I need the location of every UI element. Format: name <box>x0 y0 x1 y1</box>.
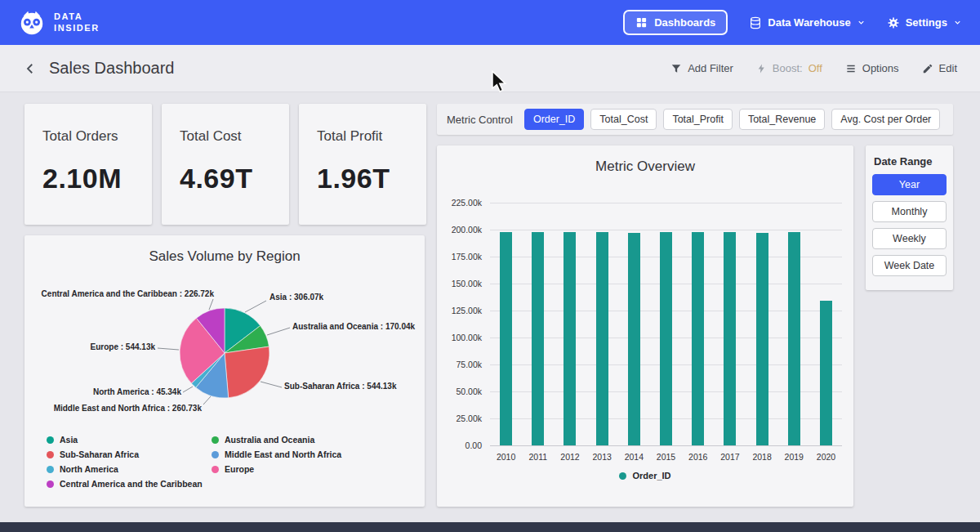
y-axis-tick: 25.00k <box>437 414 482 423</box>
list-icon <box>845 63 857 74</box>
date-range-option-week-date[interactable]: Week Date <box>872 255 947 276</box>
bar-chart-title: Metric Overview <box>437 145 853 175</box>
page-header: Sales Dashboard Add Filter Boost: Off Op… <box>0 45 980 92</box>
pie-card: Sales Volume by Region AsiaSub-Saharan A… <box>24 235 425 507</box>
y-axis-tick: 200.00k <box>437 225 482 235</box>
legend-item-middle-east-and-north-africa: Middle East and North Africa <box>212 449 341 459</box>
legend-dot <box>212 451 219 458</box>
bar-col-2011: 2011 <box>522 203 554 445</box>
back-button[interactable] <box>23 61 38 76</box>
topbar: DATA INSIDER Dashboards Data Warehouse <box>0 0 980 45</box>
x-axis-tick: 2015 <box>657 452 675 462</box>
pie-slice-sub-saharan-africa <box>225 346 270 398</box>
y-axis-tick: 125.00k <box>437 306 482 315</box>
bar-2013 <box>596 232 608 445</box>
date-range-option-monthly[interactable]: Monthly <box>872 201 947 222</box>
pie-chart-svg <box>177 306 272 400</box>
owl-logo-icon <box>18 9 46 37</box>
bar-2016 <box>692 232 704 445</box>
pie-callout-middle-east-and-north-africa: Middle East and North Africa : 260.73k <box>54 404 202 413</box>
edit-label: Edit <box>939 62 957 74</box>
logo-text-line1: DATA <box>54 11 100 23</box>
metric-option-total-profit[interactable]: Total_Profit <box>663 109 733 130</box>
date-range-panel: Date Range YearMonthlyWeeklyWeek Date <box>866 145 953 290</box>
y-axis-tick: 0.00 <box>437 440 482 450</box>
bars-row: 2010201120122013201420152016201720182019… <box>490 203 842 445</box>
bar-plot: 2010201120122013201420152016201720182019… <box>490 203 842 445</box>
date-range-buttons: YearMonthlyWeeklyWeek Date <box>872 174 947 276</box>
database-icon <box>749 16 762 29</box>
x-axis-tick: 2012 <box>560 452 579 462</box>
lightning-icon <box>756 63 767 74</box>
kpi-label: Total Orders <box>42 128 152 145</box>
bar-col-2012: 2012 <box>554 203 586 445</box>
bottom-bar <box>0 522 980 532</box>
x-axis-tick: 2013 <box>592 452 611 462</box>
bar-2010 <box>500 232 512 445</box>
legend-dot <box>47 466 54 473</box>
kpi-value: 2.10M <box>42 163 152 194</box>
metric-option-total-cost[interactable]: Total_Cost <box>590 109 657 130</box>
bar-col-2010: 2010 <box>490 203 522 445</box>
header-actions: Add Filter Boost: Off Options Edit <box>670 62 957 74</box>
dashboard-grid-icon <box>635 16 648 29</box>
metric-option-order-id[interactable]: Order_ID <box>524 109 584 130</box>
dashboards-button[interactable]: Dashboards <box>623 10 728 35</box>
bar-2020 <box>820 301 832 445</box>
funnel-icon <box>670 63 682 74</box>
kpi-card-total-profit: Total Profit 1.96T <box>299 104 426 225</box>
y-axis-tick: 50.00k <box>437 387 482 396</box>
x-axis-tick: 2017 <box>720 452 739 462</box>
data-warehouse-menu[interactable]: Data Warehouse <box>749 16 865 29</box>
legend-item-north-america: North America <box>47 464 203 474</box>
legend-item-sub-saharan-africa: Sub-Saharan Africa <box>47 449 203 459</box>
pie-callout-asia: Asia : 306.07k <box>270 293 323 302</box>
legend-dot <box>212 466 219 473</box>
bar-col-2017: 2017 <box>714 203 746 445</box>
options-label: Options <box>862 62 899 74</box>
dashboards-label: Dashboards <box>654 16 715 29</box>
bar-legend-dot <box>619 472 626 480</box>
logo: DATA INSIDER <box>18 9 100 37</box>
bar-2012 <box>564 232 576 445</box>
pie-legend-col-0: AsiaSub-Saharan AfricaNorth AmericaCentr… <box>47 435 203 489</box>
settings-label: Settings <box>906 16 947 29</box>
kpi-value: 1.96T <box>317 163 426 194</box>
edit-button[interactable]: Edit <box>922 62 957 74</box>
x-axis-tick: 2011 <box>528 452 547 462</box>
add-filter-button[interactable]: Add Filter <box>670 62 733 74</box>
bar-2019 <box>788 232 800 445</box>
x-axis-tick: 2010 <box>497 452 515 462</box>
boost-toggle[interactable]: Boost: Off <box>756 62 822 74</box>
settings-menu[interactable]: Settings <box>887 16 962 29</box>
pencil-icon <box>922 63 933 74</box>
x-axis-tick: 2016 <box>688 452 707 462</box>
options-button[interactable]: Options <box>845 62 899 74</box>
metric-control-bar: Metric Control Order_IDTotal_CostTotal_P… <box>437 104 953 135</box>
pie-callout-central-america-and-the-caribbean: Central America and the Caribbean : 226.… <box>42 289 214 298</box>
kpi-card-total-cost: Total Cost 4.69T <box>162 104 289 225</box>
legend-dot <box>47 481 54 488</box>
page-title: Sales Dashboard <box>49 59 174 78</box>
kpi-label: Total Profit <box>317 128 426 145</box>
y-axis-tick: 150.00k <box>437 279 482 288</box>
legend-item-australia-and-oceania: Australia and Oceania <box>212 435 341 445</box>
chevron-down-icon <box>953 18 962 27</box>
y-axis-tick: 175.00k <box>437 252 482 262</box>
kpi-value: 4.69T <box>180 163 289 194</box>
data-warehouse-label: Data Warehouse <box>768 16 850 29</box>
bar-2017 <box>724 232 736 445</box>
legend-dot <box>212 436 219 444</box>
bar-legend-label: Order_ID <box>632 471 670 481</box>
boost-label: Boost: <box>773 62 803 74</box>
metric-option-avg-cost-per-order[interactable]: Avg. Cost per Order <box>831 109 940 130</box>
date-range-option-weekly[interactable]: Weekly <box>872 228 947 249</box>
gear-icon <box>887 16 900 29</box>
bar-chart-legend: Order_ID <box>437 471 853 481</box>
metric-option-total-revenue[interactable]: Total_Revenue <box>739 109 825 130</box>
x-axis-tick: 2014 <box>625 452 644 462</box>
chevron-down-icon <box>857 18 866 27</box>
gridline <box>490 445 842 446</box>
bar-col-2014: 2014 <box>618 203 650 445</box>
date-range-option-year[interactable]: Year <box>872 174 947 195</box>
